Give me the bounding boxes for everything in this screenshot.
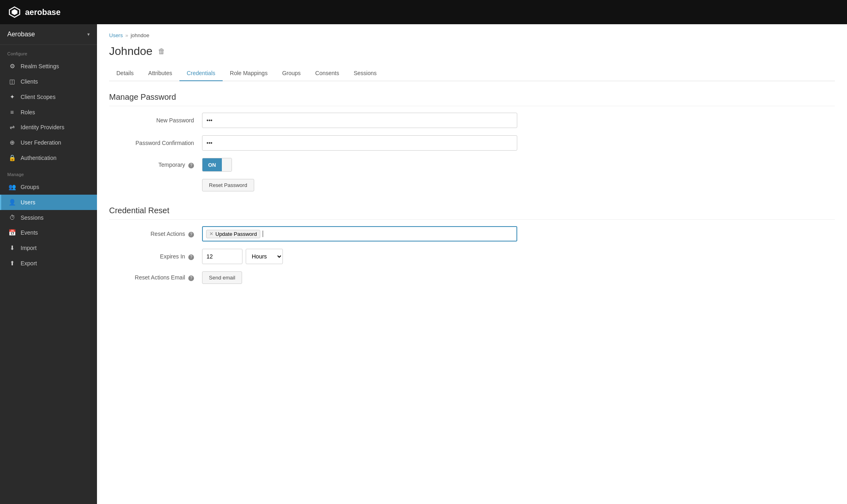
tab-details[interactable]: Details bbox=[109, 66, 141, 81]
send-email-button[interactable]: Send email bbox=[202, 271, 242, 284]
tabs: Details Attributes Credentials Role Mapp… bbox=[109, 66, 835, 81]
expires-in-help-icon[interactable]: ? bbox=[188, 254, 194, 260]
reset-actions-email-help-icon[interactable]: ? bbox=[188, 275, 194, 281]
authentication-icon: 🔒 bbox=[8, 154, 16, 162]
delete-user-icon[interactable]: 🗑 bbox=[158, 47, 165, 56]
tab-groups[interactable]: Groups bbox=[275, 66, 308, 81]
sidebar-item-label: Roles bbox=[21, 109, 35, 116]
reset-password-row: Reset Password bbox=[109, 179, 835, 191]
roles-icon: ≡ bbox=[8, 109, 16, 116]
sessions-icon: ⏱ bbox=[8, 214, 16, 221]
sidebar-item-label: Events bbox=[21, 229, 38, 236]
credential-reset-section: Credential Reset Reset Actions ? ✕ Updat… bbox=[109, 206, 835, 284]
identity-providers-icon: ⇌ bbox=[8, 124, 16, 131]
password-confirmation-row: Password Confirmation bbox=[109, 135, 835, 151]
reset-actions-label: Reset Actions ? bbox=[109, 231, 202, 237]
client-scopes-icon: ✦ bbox=[8, 93, 16, 101]
sidebar-item-authentication[interactable]: 🔒 Authentication bbox=[0, 150, 97, 166]
sidebar-item-client-scopes[interactable]: ✦ Client Scopes bbox=[0, 89, 97, 105]
tag-label: Update Password bbox=[215, 231, 257, 237]
manage-password-section: Manage Password New Password Password Co… bbox=[109, 92, 835, 191]
expires-in-row: Expires In ? Hours Minutes Days bbox=[109, 249, 835, 264]
temporary-help-icon[interactable]: ? bbox=[188, 163, 194, 168]
reset-actions-email-label: Reset Actions Email ? bbox=[109, 274, 202, 281]
reset-actions-email-row: Reset Actions Email ? Send email bbox=[109, 271, 835, 284]
topbar: aerobase bbox=[0, 0, 847, 24]
breadcrumb-users-link[interactable]: Users bbox=[109, 32, 123, 38]
expires-in-number-input[interactable] bbox=[202, 249, 242, 264]
remove-tag-icon[interactable]: ✕ bbox=[209, 231, 213, 237]
users-icon: 👤 bbox=[8, 199, 16, 206]
sidebar-item-label: Clients bbox=[21, 78, 38, 85]
sidebar-item-label: Client Scopes bbox=[21, 94, 55, 100]
groups-icon: 👥 bbox=[8, 183, 16, 191]
credential-reset-title: Credential Reset bbox=[109, 206, 835, 220]
tab-attributes[interactable]: Attributes bbox=[141, 66, 179, 81]
realm-selector[interactable]: Aerobase ▾ bbox=[0, 24, 97, 45]
configure-section-label: Configure bbox=[0, 45, 97, 59]
temporary-row: Temporary ? ON bbox=[109, 158, 835, 172]
sidebar-item-label: Groups bbox=[21, 184, 39, 190]
realm-name: Aerobase bbox=[7, 31, 35, 38]
sidebar: Aerobase ▾ Configure ⚙ Realm Settings ◫ … bbox=[0, 24, 97, 504]
export-icon: ⬆ bbox=[8, 260, 16, 267]
page-title-row: Johndoe 🗑 bbox=[109, 45, 835, 58]
sidebar-item-identity-providers[interactable]: ⇌ Identity Providers bbox=[0, 120, 97, 135]
tab-consents[interactable]: Consents bbox=[308, 66, 346, 81]
sidebar-item-import[interactable]: ⬇ Import bbox=[0, 240, 97, 256]
sidebar-item-label: Sessions bbox=[21, 214, 44, 221]
sidebar-item-label: Export bbox=[21, 260, 37, 267]
reset-actions-row: Reset Actions ? ✕ Update Password bbox=[109, 226, 835, 242]
tab-sessions[interactable]: Sessions bbox=[346, 66, 384, 81]
svg-marker-1 bbox=[12, 9, 17, 15]
reset-actions-help-icon[interactable]: ? bbox=[188, 232, 194, 237]
expires-in-controls: Hours Minutes Days bbox=[202, 249, 283, 264]
new-password-row: New Password bbox=[109, 113, 835, 128]
temporary-toggle[interactable]: ON bbox=[202, 158, 232, 172]
sidebar-item-roles[interactable]: ≡ Roles bbox=[0, 105, 97, 120]
toggle-on[interactable]: ON bbox=[202, 158, 222, 171]
password-confirmation-label: Password Confirmation bbox=[109, 140, 202, 146]
breadcrumb-current: johndoe bbox=[131, 32, 149, 38]
tab-role-mappings[interactable]: Role Mappings bbox=[223, 66, 275, 81]
sidebar-item-events[interactable]: 📅 Events bbox=[0, 225, 97, 240]
sidebar-item-user-federation[interactable]: ⊕ User Federation bbox=[0, 135, 97, 150]
clients-icon: ◫ bbox=[8, 78, 16, 85]
sidebar-item-label: Realm Settings bbox=[21, 63, 59, 69]
expires-in-unit-select[interactable]: Hours Minutes Days bbox=[246, 249, 283, 264]
main-content: Users » johndoe Johndoe 🗑 Details Attrib… bbox=[97, 24, 847, 504]
realm-chevron-icon: ▾ bbox=[87, 32, 90, 37]
sidebar-item-realm-settings[interactable]: ⚙ Realm Settings bbox=[0, 59, 97, 74]
sidebar-item-export[interactable]: ⬆ Export bbox=[0, 256, 97, 271]
new-password-input[interactable] bbox=[202, 113, 517, 128]
realm-settings-icon: ⚙ bbox=[8, 63, 16, 70]
temporary-label: Temporary ? bbox=[109, 162, 202, 168]
sidebar-item-label: Users bbox=[21, 199, 36, 206]
manage-section-label: Manage bbox=[0, 166, 97, 179]
user-federation-icon: ⊕ bbox=[8, 139, 16, 146]
tab-credentials[interactable]: Credentials bbox=[179, 66, 223, 81]
events-icon: 📅 bbox=[8, 229, 16, 236]
new-password-label: New Password bbox=[109, 117, 202, 124]
sidebar-item-sessions[interactable]: ⏱ Sessions bbox=[0, 210, 97, 225]
password-confirmation-input[interactable] bbox=[202, 135, 517, 151]
sidebar-item-users[interactable]: 👤 Users bbox=[0, 195, 97, 210]
sidebar-item-clients[interactable]: ◫ Clients bbox=[0, 74, 97, 89]
sidebar-item-label: User Federation bbox=[21, 139, 61, 146]
sidebar-item-groups[interactable]: 👥 Groups bbox=[0, 179, 97, 195]
logo-text: aerobase bbox=[25, 8, 61, 17]
expires-in-label: Expires In ? bbox=[109, 253, 202, 260]
sidebar-item-label: Import bbox=[21, 245, 37, 251]
sidebar-item-label: Identity Providers bbox=[21, 124, 64, 130]
import-icon: ⬇ bbox=[8, 244, 16, 252]
reset-password-button[interactable]: Reset Password bbox=[202, 179, 254, 191]
toggle-off[interactable] bbox=[222, 158, 232, 171]
breadcrumb-separator: » bbox=[125, 32, 128, 38]
page-title: Johndoe bbox=[109, 45, 152, 58]
logo-icon bbox=[8, 6, 21, 19]
manage-password-title: Manage Password bbox=[109, 92, 835, 106]
logo: aerobase bbox=[8, 6, 61, 19]
reset-actions-input[interactable]: ✕ Update Password bbox=[202, 226, 517, 242]
update-password-tag: ✕ Update Password bbox=[206, 230, 260, 238]
input-cursor bbox=[263, 231, 263, 237]
